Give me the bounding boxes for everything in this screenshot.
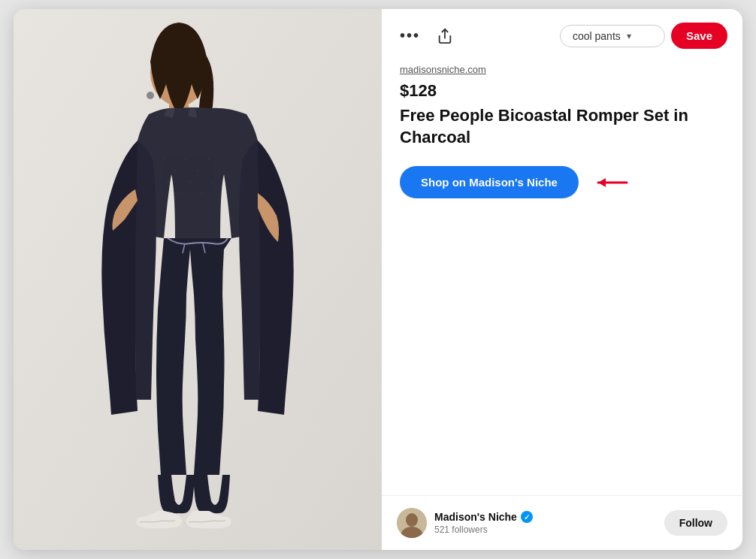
svg-point-10: [197, 170, 199, 172]
svg-point-11: [208, 159, 210, 161]
svg-marker-19: [598, 178, 606, 187]
user-name-row: Madison's Niche ✓: [434, 511, 664, 523]
user-info: Madison's Niche ✓ 521 followers: [434, 511, 664, 535]
avatar-image: [397, 508, 427, 538]
checkmark-icon: ✓: [524, 513, 530, 521]
product-title: Free People Bicoastal Romper Set in Char…: [400, 105, 724, 148]
chevron-down-icon: ▾: [627, 31, 631, 41]
share-icon: [437, 28, 453, 44]
toolbar-left: •••: [397, 24, 551, 47]
user-followers: 521 followers: [434, 524, 664, 535]
share-button[interactable]: [434, 25, 456, 47]
toolbar-right: cool pants ▾ Save: [560, 23, 727, 49]
svg-point-13: [178, 192, 180, 195]
svg-point-6: [147, 92, 154, 99]
user-name: Madison's Niche: [434, 511, 517, 523]
shop-button[interactable]: Shop on Madison's Niche: [400, 166, 579, 198]
svg-point-7: [163, 159, 165, 161]
image-panel: [14, 9, 382, 550]
svg-point-16: [212, 181, 214, 183]
arrow-indicator: [591, 175, 630, 190]
svg-point-15: [201, 192, 203, 195]
svg-point-8: [174, 170, 177, 172]
svg-point-21: [406, 513, 418, 527]
toolbar: ••• cool pants ▾ Save: [382, 9, 742, 58]
red-arrow-icon: [591, 175, 630, 190]
more-icon: •••: [400, 27, 420, 44]
product-modal: ••• cool pants ▾ Save m: [14, 9, 742, 550]
shop-btn-row: Shop on Madison's Niche: [400, 166, 724, 198]
product-price: $128: [400, 81, 724, 101]
info-panel: ••• cool pants ▾ Save m: [382, 9, 742, 550]
avatar: [397, 508, 427, 538]
svg-point-9: [186, 159, 188, 161]
board-selector[interactable]: cool pants ▾: [560, 25, 665, 47]
follow-button[interactable]: Follow: [664, 510, 727, 536]
product-info: madisonsniche.com $128 Free People Bicoa…: [382, 58, 742, 495]
user-row: Madison's Niche ✓ 521 followers Follow: [382, 495, 742, 550]
svg-point-12: [167, 181, 169, 183]
verified-icon: ✓: [521, 511, 533, 523]
board-value: cool pants: [573, 30, 621, 42]
save-button[interactable]: Save: [671, 23, 727, 49]
more-options-button[interactable]: •••: [397, 24, 423, 47]
site-link[interactable]: madisonsniche.com: [400, 64, 724, 75]
svg-point-14: [189, 181, 192, 183]
